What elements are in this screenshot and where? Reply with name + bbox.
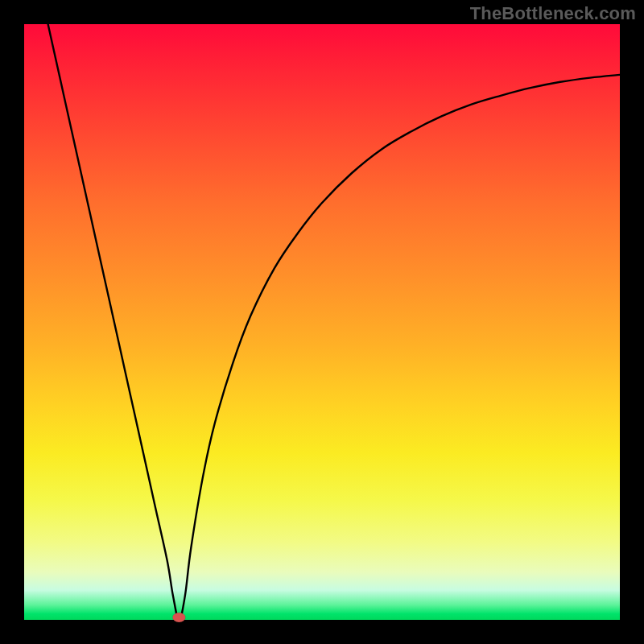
curve-layer <box>24 24 620 620</box>
watermark: TheBottleneck.com <box>470 3 636 24</box>
chart-frame: TheBottleneck.com <box>0 0 644 644</box>
plot-area <box>24 24 620 620</box>
optimal-marker <box>172 613 185 622</box>
bottleneck-curve <box>48 24 620 620</box>
